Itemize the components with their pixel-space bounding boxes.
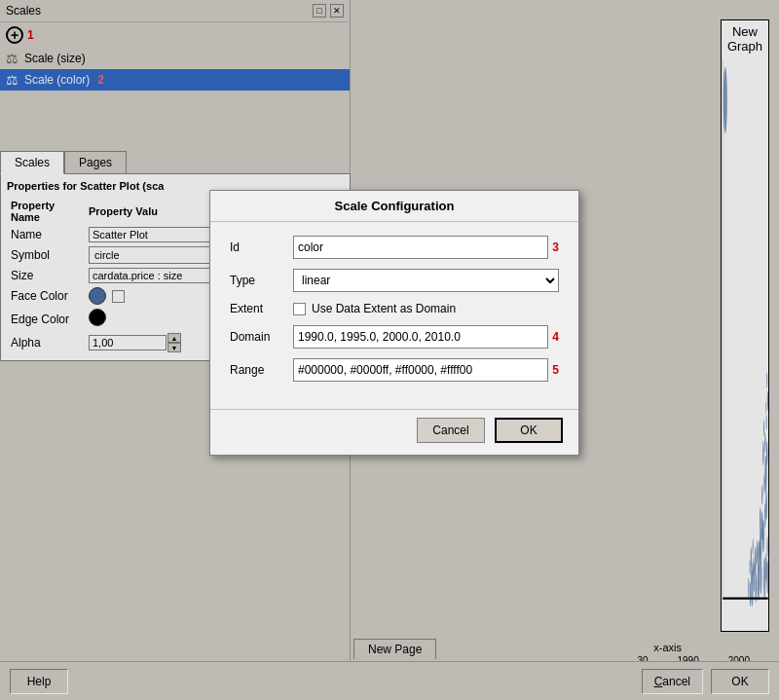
modal-body: Id 3 Type linear log ordinal Ext	[210, 222, 578, 405]
modal-range-row: Range 5	[230, 358, 559, 382]
modal-domain-input[interactable]	[293, 325, 548, 349]
modal-cancel-button[interactable]: Cancel	[417, 418, 485, 443]
modal-domain-number: 4	[552, 330, 559, 344]
modal-extent-row: Extent Use Data Extent as Domain	[230, 302, 559, 315]
modal-footer: Cancel OK	[210, 409, 578, 455]
modal-range-input[interactable]	[293, 358, 548, 382]
modal-id-row: Id 3	[230, 236, 559, 259]
modal-type-row: Type linear log ordinal	[230, 269, 559, 292]
modal-id-number: 3	[552, 240, 559, 254]
modal-range-label: Range	[230, 363, 293, 377]
modal-type-label: Type	[230, 274, 293, 287]
scale-config-dialog: Scale Configuration Id 3 Type linear log…	[209, 190, 579, 456]
modal-extent-checkbox-label: Use Data Extent as Domain	[312, 302, 456, 315]
main-window: Scales □ ✕ + 1 ⚖ Scale (size) ⚖ Scale (c…	[0, 0, 779, 700]
modal-type-select[interactable]: linear log ordinal	[293, 269, 559, 292]
modal-id-label: Id	[230, 240, 293, 254]
modal-overlay: Scale Configuration Id 3 Type linear log…	[0, 0, 779, 700]
modal-id-input[interactable]	[293, 236, 548, 259]
modal-range-number: 5	[552, 363, 559, 377]
modal-ok-button[interactable]: OK	[495, 418, 563, 443]
modal-extent-spacer: Extent	[230, 302, 293, 315]
modal-domain-row: Domain 4	[230, 325, 559, 349]
modal-domain-label: Domain	[230, 330, 293, 344]
modal-title: Scale Configuration	[210, 191, 578, 222]
modal-extent-checkbox[interactable]	[293, 303, 306, 315]
